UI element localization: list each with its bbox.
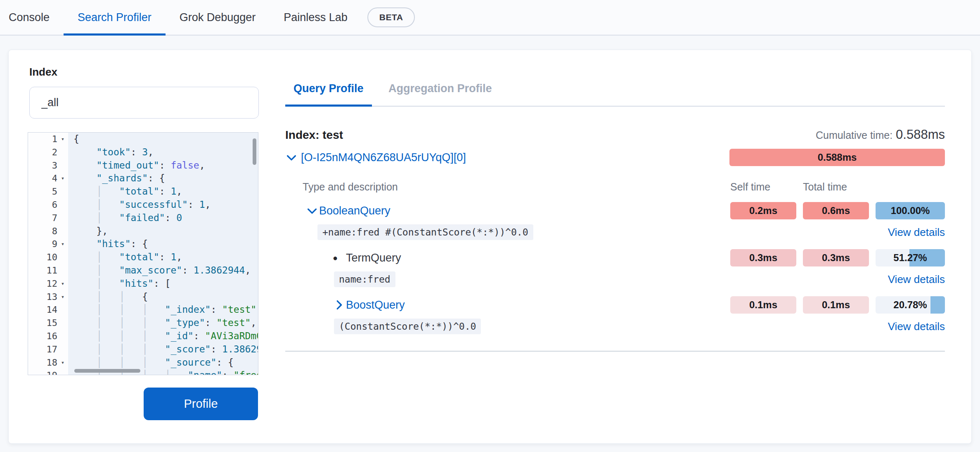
percent-badge: 51.27% (876, 249, 945, 266)
top-tab-grok-debugger[interactable]: Grok Debugger (166, 0, 270, 35)
fold-spacer (57, 316, 68, 330)
total-time-badge: 0.1ms (803, 296, 869, 314)
query-node-booleanquery[interactable]: BooleanQuery (285, 205, 724, 217)
editor-vertical-scrollbar[interactable] (253, 138, 256, 165)
col-total-time: Total time (803, 181, 869, 193)
editor-line: 18▾ │ │ │ "_source": { (28, 356, 258, 369)
editor-line: 13▾ │ │ { (28, 290, 258, 304)
profile-button[interactable]: Profile (144, 388, 258, 420)
line-number: 14 (47, 303, 58, 316)
self-time-badge: 0.1ms (730, 296, 796, 314)
dev-tools-tab-bar: ConsoleSearch ProfilerGrok DebuggerPainl… (0, 0, 980, 36)
fold-arrow-icon[interactable]: ▾ (57, 356, 68, 369)
percent-label: 51.27% (893, 252, 927, 264)
fold-arrow-icon[interactable]: ▾ (57, 238, 68, 251)
index-input[interactable] (29, 87, 259, 119)
profile-row: ●TermQuery0.3ms0.3ms51.27%name:fredView … (285, 249, 945, 287)
fold-spacer (57, 369, 68, 375)
self-time-badge: 0.3ms (730, 249, 796, 266)
fold-spacer (57, 185, 68, 198)
line-number: 19 (47, 369, 58, 375)
line-number: 12 (47, 277, 58, 290)
line-number: 1 (52, 133, 57, 146)
editor-gutter: 16 (28, 330, 68, 343)
line-number: 10 (47, 251, 58, 264)
fold-arrow-icon[interactable]: ▾ (57, 290, 68, 304)
editor-horizontal-scrollbar[interactable] (74, 369, 140, 373)
editor-line: 11 │ "max_score": 1.3862944, (28, 264, 258, 277)
line-number: 6 (52, 198, 57, 212)
editor-gutter: 5 (28, 185, 68, 198)
editor-code-line: │ "total": 1, (68, 251, 258, 264)
editor-code-line: │ │ │ "_type": "test", (68, 316, 258, 330)
fold-spacer (57, 330, 68, 343)
editor-code-line: │ │ │ "_id": "AVi3aRDmGKWp (68, 330, 258, 343)
top-tab-search-profiler[interactable]: Search Profiler (64, 0, 166, 35)
profile-row-main: BoostQuery0.1ms0.1ms20.78% (285, 296, 945, 314)
chevron-down-icon (285, 151, 298, 164)
fold-arrow-icon[interactable]: ▾ (57, 172, 68, 185)
line-number: 5 (52, 185, 57, 198)
query-description: +name:fred #(ConstantScore(*:*))^0.0 (285, 224, 724, 240)
line-number: 11 (47, 264, 58, 277)
query-node-boostquery[interactable]: BoostQuery (285, 299, 724, 312)
editor-code-line: "hits": { (68, 238, 258, 251)
profile-results-column: Query Profile Aggregation Profile Index:… (285, 50, 945, 352)
self-time-badge: 0.2ms (730, 202, 796, 219)
query-description-code: name:fred (334, 271, 395, 287)
editor-line: 19 │ │ │ │ "name": "fred" (28, 369, 258, 375)
fold-spacer (57, 303, 68, 316)
tab-query-profile[interactable]: Query Profile (285, 76, 372, 106)
editor-gutter: 19 (28, 369, 68, 375)
query-node-termquery: ●TermQuery (285, 252, 724, 264)
query-description: name:fred (285, 271, 724, 287)
total-time-badge: 0.6ms (803, 202, 869, 219)
percent-label: 100.00% (891, 205, 930, 216)
editor-code-line: │ │ │ "_index": "test", (68, 303, 258, 316)
total-time-badge: 0.3ms (803, 249, 869, 266)
editor-code-line: "timed_out": false, (68, 159, 258, 172)
top-tab-console[interactable]: Console (0, 0, 64, 35)
top-tab-painless-lab[interactable]: Painless Lab (270, 0, 362, 35)
editor-line: 15 │ │ │ "_type": "test", (28, 316, 258, 330)
fold-spacer (57, 343, 68, 356)
line-number: 16 (47, 330, 58, 343)
editor-code-line: │ │ │ "_source": { (68, 356, 258, 369)
fold-spacer (57, 251, 68, 264)
view-details-link[interactable]: View details (876, 226, 945, 239)
json-code-editor[interactable]: 1▾{2 "took": 3,3 "timed_out": false,4▾ "… (28, 132, 258, 375)
profile-tabs: Query Profile Aggregation Profile (285, 76, 945, 107)
editor-gutter: 9▾ (28, 238, 68, 251)
editor-gutter: 14 (28, 303, 68, 316)
index-heading: Index: test (285, 128, 343, 142)
editor-line: 14 │ │ │ "_index": "test", (28, 303, 258, 316)
query-description: (ConstantScore(*:*))^0.0 (285, 319, 724, 334)
editor-line: 16 │ │ │ "_id": "AVi3aRDmGKWp (28, 330, 258, 343)
line-number: 2 (52, 146, 57, 159)
editor-gutter: 15 (28, 316, 68, 330)
profile-tree: BooleanQuery0.2ms0.6ms100.00%+name:fred … (285, 202, 945, 334)
view-details-link[interactable]: View details (876, 273, 945, 286)
fold-spacer (57, 198, 68, 212)
fold-spacer (57, 159, 68, 172)
line-number: 17 (47, 343, 58, 356)
beta-badge: BETA (367, 7, 415, 27)
index-label: Index (29, 66, 259, 79)
fold-arrow-icon[interactable]: ▾ (57, 133, 68, 146)
line-number: 9 (52, 238, 57, 251)
profile-row-detail: name:fredView details (285, 271, 945, 287)
fold-arrow-icon[interactable]: ▾ (57, 277, 68, 290)
percent-badge: 100.00% (876, 202, 945, 219)
percent-badge: 20.78% (876, 296, 945, 314)
editor-code-line: │ "failed": 0 (68, 212, 258, 225)
shard-expander-link[interactable]: [O-I25nM4QN6Z68UA5rUYqQ][0] (285, 151, 466, 164)
editor-gutter: 11 (28, 264, 68, 277)
editor-line: 1▾{ (28, 133, 258, 146)
section-divider (285, 351, 945, 352)
line-number: 18 (47, 356, 58, 369)
editor-gutter: 7 (28, 212, 68, 225)
view-details-link[interactable]: View details (876, 320, 945, 333)
editor-code-line: │ "max_score": 1.3862944, (68, 264, 258, 277)
tab-aggregation-profile[interactable]: Aggregation Profile (380, 76, 500, 106)
editor-code-line: }, (68, 225, 258, 238)
